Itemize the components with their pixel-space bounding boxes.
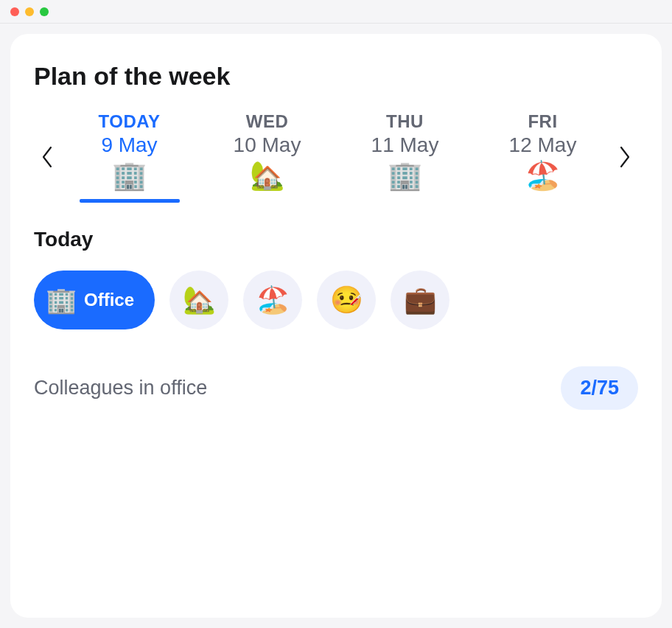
status-option-business-trip[interactable]: 💼 [391,271,449,329]
status-option-home[interactable]: 🏡 [169,271,228,329]
window-titlebar [0,0,672,24]
window-minimize-button[interactable] [25,7,34,16]
today-heading: Today [34,228,638,251]
status-options: 🏢 Office 🏡 🏖️ 🤒 💼 [34,271,638,329]
office-icon: 🏢 [388,161,422,189]
briefcase-icon: 💼 [404,285,437,315]
day-date: 12 May [509,133,577,157]
status-label: Office [84,290,134,310]
app-window: Plan of the week TODAY 9 May 🏢 WED 10 Ma… [0,0,672,628]
day-fri[interactable]: FRI 12 May 🏖️ [480,111,606,203]
chevron-left-icon [41,146,53,168]
day-label: TODAY [99,111,161,132]
main-card: Plan of the week TODAY 9 May 🏢 WED 10 Ma… [10,34,662,618]
day-label: THU [386,111,424,132]
vacation-icon: 🏖️ [525,161,560,189]
status-option-vacation[interactable]: 🏖️ [243,271,302,329]
colleagues-count-badge[interactable]: 2/75 [561,366,638,410]
home-icon: 🏡 [183,285,216,315]
office-icon: 🏢 [112,161,147,189]
office-icon: 🏢 [46,287,77,313]
prev-week-button[interactable] [34,136,60,178]
day-thu[interactable]: THU 11 May 🏢 [343,111,468,203]
vacation-icon: 🏖️ [256,285,290,315]
colleagues-summary: Colleagues in office 2/75 [34,366,638,410]
window-close-button[interactable] [10,7,19,16]
sick-icon: 🤒 [330,285,363,315]
day-today[interactable]: TODAY 9 May 🏢 [67,111,192,203]
day-label: WED [246,111,289,132]
status-option-sick[interactable]: 🤒 [317,271,376,329]
next-week-button[interactable] [612,136,638,178]
chevron-right-icon [619,146,631,168]
page-title: Plan of the week [34,62,638,91]
day-date: 9 May [101,133,157,157]
day-wed[interactable]: WED 10 May 🏡 [205,111,330,203]
home-icon: 🏡 [250,161,284,189]
week-navigator: TODAY 9 May 🏢 WED 10 May 🏡 THU 11 May 🏢 … [34,111,638,203]
day-label: FRI [528,111,557,132]
day-date: 10 May [234,133,301,157]
status-office-selected[interactable]: 🏢 Office [34,271,155,329]
window-maximize-button[interactable] [40,7,49,16]
day-date: 11 May [371,133,439,157]
colleagues-label: Colleagues in office [34,377,207,400]
week-days: TODAY 9 May 🏢 WED 10 May 🏡 THU 11 May 🏢 … [60,111,612,203]
